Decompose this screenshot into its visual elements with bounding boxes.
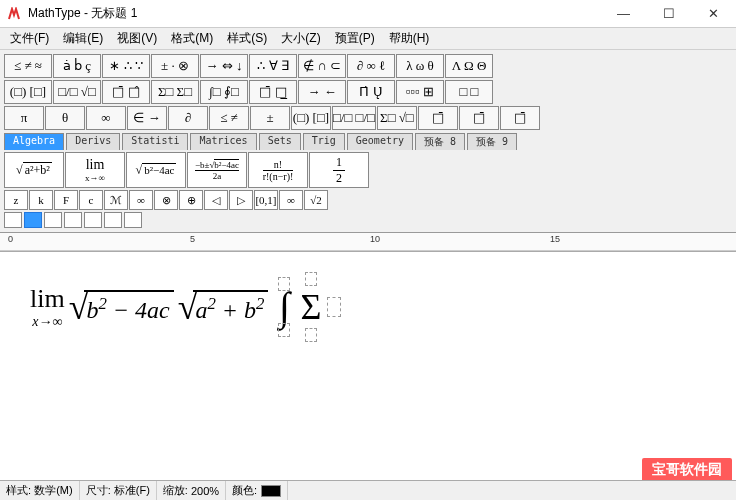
integral-operator[interactable]: ∫ <box>276 277 292 337</box>
sum-upper-slot[interactable] <box>305 272 317 286</box>
menu-help[interactable]: 帮助(H) <box>383 28 436 49</box>
sym-otimes[interactable]: ⊗ <box>154 190 178 210</box>
palette-integrals[interactable]: ∫□ ∮□ <box>200 80 248 104</box>
quick-sup1[interactable]: □̄ <box>418 106 458 130</box>
quick-frac[interactable]: □/□ □/□ <box>332 106 376 130</box>
color-swatch <box>261 485 281 497</box>
tab-stats[interactable]: Statisti <box>122 133 188 150</box>
quick-elem-arrow[interactable]: ∈ → <box>127 106 167 130</box>
view-btn-4[interactable] <box>64 212 82 228</box>
sym-triangle-left[interactable]: ◁ <box>204 190 228 210</box>
status-size[interactable]: 尺寸: 标准(F) <box>80 481 157 500</box>
math-expression: lim x→∞ √ b2 − 4ac √ a2 + b2 ∫ Σ <box>30 272 706 342</box>
tab-algebra[interactable]: Algebra <box>4 133 64 150</box>
tab-sets[interactable]: Sets <box>259 133 301 150</box>
quick-sup3[interactable]: □̄ <box>500 106 540 130</box>
tab-preset-9[interactable]: 预备 9 <box>467 133 517 150</box>
view-btn-6[interactable] <box>104 212 122 228</box>
tab-derivs[interactable]: Derivs <box>66 133 120 150</box>
sym-oplus[interactable]: ⊕ <box>179 190 203 210</box>
sym-inf2[interactable]: ∞ <box>279 190 303 210</box>
window-title: MathType - 无标题 1 <box>28 5 601 22</box>
template-sqrt-sum[interactable]: √a²+b² <box>4 152 64 188</box>
quick-pi[interactable]: π <box>4 106 44 130</box>
palette-logic[interactable]: ∴ ∀ ∃ <box>249 54 297 78</box>
statusbar: 样式: 数学(M) 尺寸: 标准(F) 缩放: 200% 颜色: <box>0 480 736 500</box>
quick-partial[interactable]: ∂ <box>168 106 208 130</box>
quick-sup2[interactable]: □̄ <box>459 106 499 130</box>
palette-label-arrows[interactable]: → ← <box>298 80 346 104</box>
menu-view[interactable]: 视图(V) <box>111 28 163 49</box>
palette-binary-ops[interactable]: ± · ⊗ <box>151 54 199 78</box>
menu-edit[interactable]: 编辑(E) <box>57 28 109 49</box>
tab-matrices[interactable]: Matrices <box>190 133 256 150</box>
quick-theta[interactable]: θ <box>45 106 85 130</box>
sym-interval[interactable]: [0,1] <box>254 190 278 210</box>
sqrt-expr-2[interactable]: √ a2 + b2 <box>178 286 269 328</box>
sym-k[interactable]: k <box>29 190 53 210</box>
maximize-button[interactable]: ☐ <box>646 0 691 28</box>
status-style[interactable]: 样式: 数学(M) <box>0 481 80 500</box>
palette-fences[interactable]: (□) [□] <box>4 80 52 104</box>
sym-z[interactable]: z <box>4 190 28 210</box>
quick-pm[interactable]: ± <box>250 106 290 130</box>
status-color[interactable]: 颜色: <box>226 481 288 500</box>
quick-infinity[interactable]: ∞ <box>86 106 126 130</box>
minimize-button[interactable]: — <box>601 0 646 28</box>
palette-set[interactable]: ∉ ∩ ⊂ <box>298 54 346 78</box>
menubar: 文件(F) 编辑(E) 视图(V) 格式(M) 样式(S) 大小(Z) 预置(P… <box>0 28 736 50</box>
sym-f[interactable]: F <box>54 190 78 210</box>
palette-products[interactable]: Π̇ Ų̇ <box>347 80 395 104</box>
palette-boxes[interactable]: □ □ <box>445 80 493 104</box>
palette-accents[interactable]: ȧ ḃ ç <box>53 54 101 78</box>
template-limit[interactable]: limx→∞ <box>65 152 125 188</box>
palette-greek-upper[interactable]: Λ Ω Θ <box>445 54 493 78</box>
sym-triangle-right[interactable]: ▷ <box>229 190 253 210</box>
palette-fractions[interactable]: □/□ √□ <box>53 80 101 104</box>
equation-editor[interactable]: lim x→∞ √ b2 − 4ac √ a2 + b2 ∫ Σ <box>0 252 736 452</box>
quick-parens[interactable]: (□) [□] <box>291 106 331 130</box>
view-btn-1[interactable] <box>4 212 22 228</box>
integral-lower-slot[interactable] <box>278 323 290 337</box>
lim-operator[interactable]: lim x→∞ <box>30 284 65 330</box>
sym-script-m[interactable]: ℳ <box>104 190 128 210</box>
sum-lower-slot[interactable] <box>305 328 317 342</box>
watermark-badge: 宝哥软件园 <box>642 458 732 482</box>
view-btn-2[interactable] <box>24 212 42 228</box>
menu-style[interactable]: 样式(S) <box>221 28 273 49</box>
view-btn-3[interactable] <box>44 212 62 228</box>
template-quadratic[interactable]: −b±√b²−4ac2a <box>187 152 247 188</box>
template-discriminant[interactable]: √b²−4ac <box>126 152 186 188</box>
template-combination[interactable]: n!r!(n−r)! <box>248 152 308 188</box>
menu-file[interactable]: 文件(F) <box>4 28 55 49</box>
ruler: 0 5 10 15 <box>0 233 736 252</box>
menu-size[interactable]: 大小(Z) <box>275 28 326 49</box>
tab-geometry[interactable]: Geometry <box>347 133 413 150</box>
menu-prefs[interactable]: 预置(P) <box>329 28 381 49</box>
palette-bars[interactable]: □̄ □̲ <box>249 80 297 104</box>
sym-c[interactable]: c <box>79 190 103 210</box>
palette-sums[interactable]: Σ□ Σ□ <box>151 80 199 104</box>
sum-operator[interactable]: Σ <box>300 272 321 342</box>
quick-sum-sqrt[interactable]: Σ□ √□ <box>377 106 417 130</box>
palette-relational[interactable]: ≤ ≠ ≈ <box>4 54 52 78</box>
palette-arrows[interactable]: → ⇔ ↓ <box>200 54 248 78</box>
sym-inf1[interactable]: ∞ <box>129 190 153 210</box>
close-button[interactable]: ✕ <box>691 0 736 28</box>
tab-preset-8[interactable]: 预备 8 <box>415 133 465 150</box>
template-half[interactable]: 12 <box>309 152 369 188</box>
view-btn-7[interactable] <box>124 212 142 228</box>
sqrt-expr-1[interactable]: √ b2 − 4ac <box>69 286 174 328</box>
view-btn-5[interactable] <box>84 212 102 228</box>
palette-operators[interactable]: ∗ ∴ ∵ <box>102 54 150 78</box>
palette-overbars[interactable]: □̄ □̂ <box>102 80 150 104</box>
sym-sqrt2[interactable]: √2 <box>304 190 328 210</box>
quick-leq-neq[interactable]: ≤ ≠ <box>209 106 249 130</box>
menu-format[interactable]: 格式(M) <box>165 28 219 49</box>
status-zoom[interactable]: 缩放: 200% <box>157 481 226 500</box>
tab-trig[interactable]: Trig <box>303 133 345 150</box>
sum-body-slot[interactable] <box>327 297 341 317</box>
palette-misc[interactable]: ∂ ∞ ℓ <box>347 54 395 78</box>
palette-matrices[interactable]: ▫▫▫ ⊞ <box>396 80 444 104</box>
palette-greek-lower[interactable]: λ ω θ <box>396 54 444 78</box>
